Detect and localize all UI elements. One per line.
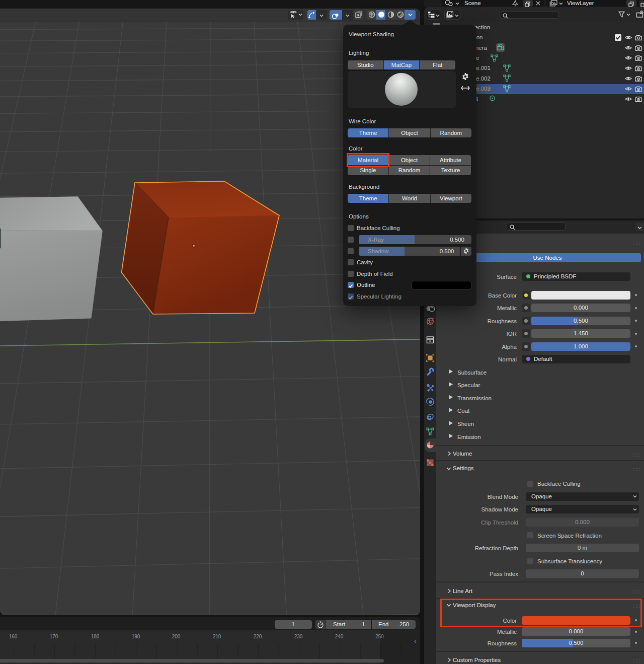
svg-text:170: 170 xyxy=(50,634,58,639)
svg-text:160: 160 xyxy=(9,634,18,639)
svg-text:190: 190 xyxy=(132,634,140,639)
svg-text:210: 210 xyxy=(213,634,221,639)
svg-text:240: 240 xyxy=(335,634,344,639)
svg-text:180: 180 xyxy=(91,634,100,639)
svg-text:230: 230 xyxy=(294,634,303,639)
svg-text:220: 220 xyxy=(254,634,262,639)
svg-text:200: 200 xyxy=(172,634,181,639)
